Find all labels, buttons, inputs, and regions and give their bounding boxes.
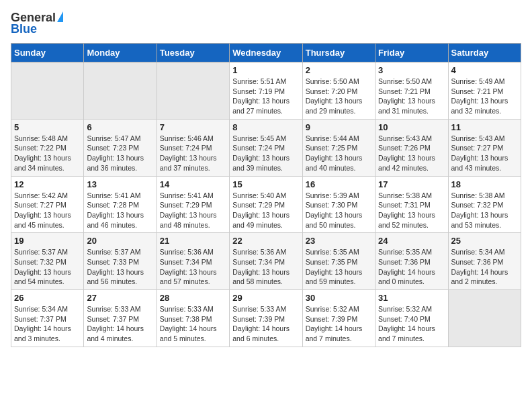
day-cell: 5Sunrise: 5:48 AMSunset: 7:22 PMDaylight… xyxy=(11,119,84,176)
day-cell: 6Sunrise: 5:47 AMSunset: 7:23 PMDaylight… xyxy=(84,119,157,176)
day-cell: 15Sunrise: 5:40 AMSunset: 7:29 PMDayligh… xyxy=(230,176,302,233)
header-sunday: Sunday xyxy=(11,44,84,62)
day-info: Sunrise: 5:33 AMSunset: 7:38 PMDaylight:… xyxy=(160,304,226,344)
day-number: 24 xyxy=(378,236,445,246)
logo-blue-text: Blue xyxy=(11,22,37,36)
header-friday: Friday xyxy=(375,44,448,62)
day-cell: 1Sunrise: 5:51 AMSunset: 7:19 PMDaylight… xyxy=(230,62,302,120)
day-number: 21 xyxy=(160,236,226,246)
day-number: 25 xyxy=(451,236,518,246)
week-row-3: 12Sunrise: 5:42 AMSunset: 7:27 PMDayligh… xyxy=(11,176,521,233)
day-number: 12 xyxy=(14,179,81,189)
day-cell: 12Sunrise: 5:42 AMSunset: 7:27 PMDayligh… xyxy=(11,176,84,233)
day-info: Sunrise: 5:32 AMSunset: 7:40 PMDaylight:… xyxy=(378,304,445,344)
day-cell: 30Sunrise: 5:32 AMSunset: 7:39 PMDayligh… xyxy=(302,290,375,347)
day-info: Sunrise: 5:36 AMSunset: 7:34 PMDaylight:… xyxy=(232,247,299,287)
day-info: Sunrise: 5:51 AMSunset: 7:19 PMDaylight:… xyxy=(232,77,299,116)
day-cell: 24Sunrise: 5:35 AMSunset: 7:36 PMDayligh… xyxy=(375,233,448,290)
day-number: 30 xyxy=(306,293,372,303)
day-number: 6 xyxy=(87,122,153,132)
logo-arrow-icon xyxy=(57,11,63,22)
day-cell: 13Sunrise: 5:41 AMSunset: 7:28 PMDayligh… xyxy=(84,176,157,233)
week-row-4: 19Sunrise: 5:37 AMSunset: 7:32 PMDayligh… xyxy=(11,233,521,290)
day-cell: 14Sunrise: 5:41 AMSunset: 7:29 PMDayligh… xyxy=(157,176,229,233)
header-saturday: Saturday xyxy=(448,44,521,62)
calendar-table: SundayMondayTuesdayWednesdayThursdayFrid… xyxy=(11,43,521,347)
day-cell xyxy=(157,62,229,120)
day-info: Sunrise: 5:35 AMSunset: 7:36 PMDaylight:… xyxy=(378,247,445,287)
header-tuesday: Tuesday xyxy=(157,44,229,62)
day-info: Sunrise: 5:48 AMSunset: 7:22 PMDaylight:… xyxy=(14,134,81,173)
day-number: 7 xyxy=(160,122,226,132)
day-info: Sunrise: 5:42 AMSunset: 7:27 PMDaylight:… xyxy=(14,191,81,230)
logo: General Blue xyxy=(11,11,63,36)
day-number: 17 xyxy=(378,179,445,189)
week-row-5: 26Sunrise: 5:34 AMSunset: 7:37 PMDayligh… xyxy=(11,290,521,347)
day-number: 4 xyxy=(451,65,518,75)
day-number: 15 xyxy=(232,179,299,189)
week-row-2: 5Sunrise: 5:48 AMSunset: 7:22 PMDaylight… xyxy=(11,119,521,176)
day-cell: 10Sunrise: 5:43 AMSunset: 7:26 PMDayligh… xyxy=(375,119,448,176)
day-number: 18 xyxy=(451,179,518,189)
day-info: Sunrise: 5:46 AMSunset: 7:24 PMDaylight:… xyxy=(160,134,226,173)
day-cell: 21Sunrise: 5:36 AMSunset: 7:34 PMDayligh… xyxy=(157,233,229,290)
day-cell: 20Sunrise: 5:37 AMSunset: 7:33 PMDayligh… xyxy=(84,233,157,290)
day-info: Sunrise: 5:40 AMSunset: 7:29 PMDaylight:… xyxy=(232,191,299,230)
day-number: 14 xyxy=(160,179,226,189)
day-cell: 18Sunrise: 5:38 AMSunset: 7:32 PMDayligh… xyxy=(448,176,521,233)
day-number: 26 xyxy=(14,293,81,303)
day-number: 29 xyxy=(232,293,299,303)
day-number: 31 xyxy=(378,293,445,303)
day-cell: 28Sunrise: 5:33 AMSunset: 7:38 PMDayligh… xyxy=(157,290,229,347)
day-info: Sunrise: 5:47 AMSunset: 7:23 PMDaylight:… xyxy=(87,134,153,173)
day-number: 11 xyxy=(451,122,518,132)
day-cell: 29Sunrise: 5:33 AMSunset: 7:39 PMDayligh… xyxy=(230,290,302,347)
header-wednesday: Wednesday xyxy=(230,44,302,62)
day-number: 3 xyxy=(378,65,445,75)
day-info: Sunrise: 5:50 AMSunset: 7:20 PMDaylight:… xyxy=(306,77,372,116)
day-info: Sunrise: 5:36 AMSunset: 7:34 PMDaylight:… xyxy=(160,247,226,287)
week-row-1: 1Sunrise: 5:51 AMSunset: 7:19 PMDaylight… xyxy=(11,62,521,120)
day-info: Sunrise: 5:49 AMSunset: 7:21 PMDaylight:… xyxy=(451,77,518,116)
day-number: 10 xyxy=(378,122,445,132)
header-monday: Monday xyxy=(84,44,157,62)
day-number: 22 xyxy=(232,236,299,246)
day-info: Sunrise: 5:37 AMSunset: 7:33 PMDaylight:… xyxy=(87,247,153,287)
day-info: Sunrise: 5:45 AMSunset: 7:24 PMDaylight:… xyxy=(232,134,299,173)
day-cell: 27Sunrise: 5:33 AMSunset: 7:37 PMDayligh… xyxy=(84,290,157,347)
day-info: Sunrise: 5:33 AMSunset: 7:39 PMDaylight:… xyxy=(232,304,299,344)
calendar-header-row: SundayMondayTuesdayWednesdayThursdayFrid… xyxy=(11,44,521,62)
day-info: Sunrise: 5:35 AMSunset: 7:35 PMDaylight:… xyxy=(306,247,372,287)
day-cell: 19Sunrise: 5:37 AMSunset: 7:32 PMDayligh… xyxy=(11,233,84,290)
day-number: 1 xyxy=(232,65,299,75)
day-cell: 8Sunrise: 5:45 AMSunset: 7:24 PMDaylight… xyxy=(230,119,302,176)
day-info: Sunrise: 5:37 AMSunset: 7:32 PMDaylight:… xyxy=(14,247,81,287)
day-cell xyxy=(84,62,157,120)
day-cell: 22Sunrise: 5:36 AMSunset: 7:34 PMDayligh… xyxy=(230,233,302,290)
day-cell xyxy=(448,290,521,347)
day-cell: 17Sunrise: 5:38 AMSunset: 7:31 PMDayligh… xyxy=(375,176,448,233)
day-number: 5 xyxy=(14,122,81,132)
day-cell: 3Sunrise: 5:50 AMSunset: 7:21 PMDaylight… xyxy=(375,62,448,120)
day-info: Sunrise: 5:34 AMSunset: 7:37 PMDaylight:… xyxy=(14,304,81,344)
day-cell: 26Sunrise: 5:34 AMSunset: 7:37 PMDayligh… xyxy=(11,290,84,347)
day-cell: 2Sunrise: 5:50 AMSunset: 7:20 PMDaylight… xyxy=(302,62,375,120)
day-cell: 9Sunrise: 5:44 AMSunset: 7:25 PMDaylight… xyxy=(302,119,375,176)
day-number: 8 xyxy=(232,122,299,132)
day-number: 23 xyxy=(306,236,372,246)
day-info: Sunrise: 5:41 AMSunset: 7:29 PMDaylight:… xyxy=(160,191,226,230)
day-cell: 4Sunrise: 5:49 AMSunset: 7:21 PMDaylight… xyxy=(448,62,521,120)
day-number: 28 xyxy=(160,293,226,303)
day-info: Sunrise: 5:38 AMSunset: 7:31 PMDaylight:… xyxy=(378,191,445,230)
day-info: Sunrise: 5:38 AMSunset: 7:32 PMDaylight:… xyxy=(451,191,518,230)
day-info: Sunrise: 5:34 AMSunset: 7:36 PMDaylight:… xyxy=(451,247,518,287)
page-header: General Blue xyxy=(11,11,521,36)
day-number: 13 xyxy=(87,179,153,189)
day-cell xyxy=(11,62,84,120)
day-number: 27 xyxy=(87,293,153,303)
day-info: Sunrise: 5:32 AMSunset: 7:39 PMDaylight:… xyxy=(306,304,372,344)
day-info: Sunrise: 5:33 AMSunset: 7:37 PMDaylight:… xyxy=(87,304,153,344)
day-info: Sunrise: 5:43 AMSunset: 7:27 PMDaylight:… xyxy=(451,134,518,173)
day-info: Sunrise: 5:44 AMSunset: 7:25 PMDaylight:… xyxy=(306,134,372,173)
day-number: 19 xyxy=(14,236,81,246)
